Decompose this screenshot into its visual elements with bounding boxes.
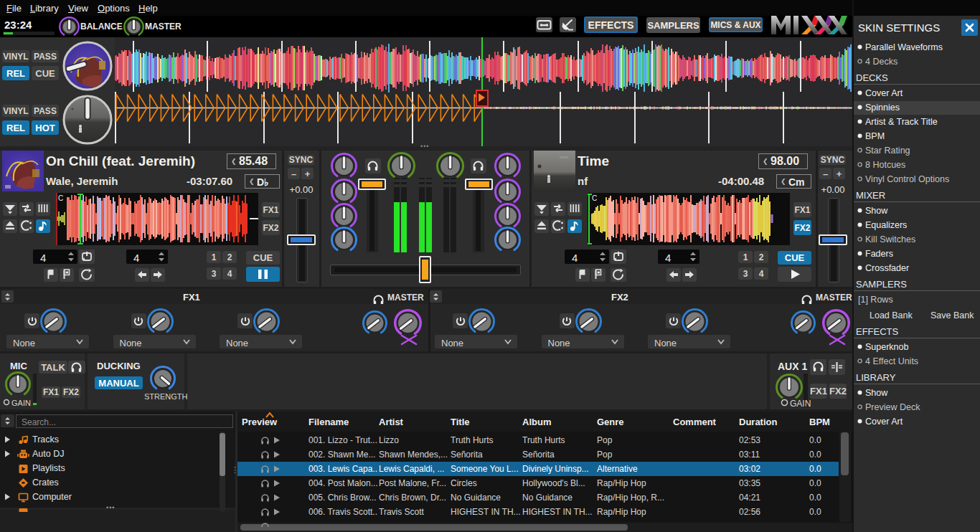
svg-text:C: C xyxy=(592,194,597,202)
svg-text:C: C xyxy=(58,194,63,202)
